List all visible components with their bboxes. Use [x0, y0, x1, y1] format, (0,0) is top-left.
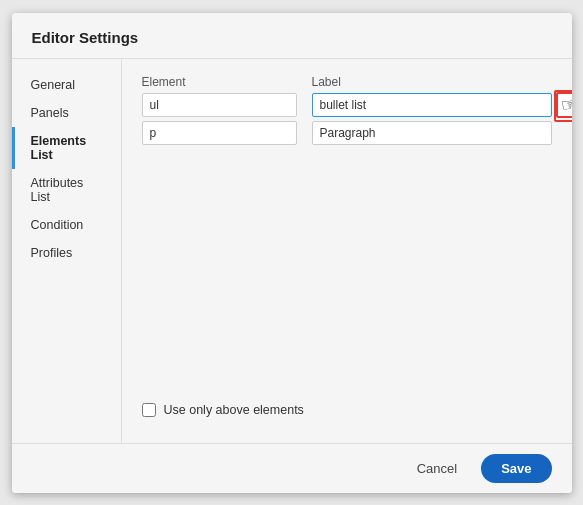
table-row: ☞ [142, 93, 552, 117]
element-cell-2 [142, 121, 312, 145]
add-row-button[interactable]: ☞ [556, 92, 572, 118]
table-row [142, 121, 552, 145]
cancel-button[interactable]: Cancel [403, 454, 471, 483]
table-header: Element Label [142, 75, 552, 89]
label-input-2[interactable] [312, 121, 552, 145]
column-label-header: Label [312, 75, 552, 89]
sidebar-item-profiles[interactable]: Profiles [12, 239, 121, 267]
dialog-footer: Cancel Save [12, 443, 572, 493]
label-cell-2 [312, 121, 552, 145]
dialog-header: Editor Settings [12, 13, 572, 59]
dialog-body: General Panels Elements List Attributes … [12, 59, 572, 443]
elements-table: Element Label ☞ [142, 75, 552, 234]
dialog-title: Editor Settings [32, 29, 139, 46]
checkbox-area: Use only above elements [142, 403, 552, 427]
element-input-1[interactable] [142, 93, 297, 117]
element-input-2[interactable] [142, 121, 297, 145]
save-button[interactable]: Save [481, 454, 551, 483]
sidebar-item-panels[interactable]: Panels [12, 99, 121, 127]
sidebar-item-elements-list[interactable]: Elements List [12, 127, 121, 169]
editor-settings-dialog: Editor Settings General Panels Elements … [12, 13, 572, 493]
cursor-icon: ☞ [559, 92, 572, 116]
label-input-1[interactable] [312, 93, 552, 117]
only-above-checkbox[interactable] [142, 403, 156, 417]
sidebar: General Panels Elements List Attributes … [12, 59, 122, 443]
sidebar-item-general[interactable]: General [12, 71, 121, 99]
sidebar-item-condition[interactable]: Condition [12, 211, 121, 239]
element-cell-1 [142, 93, 312, 117]
only-above-label[interactable]: Use only above elements [164, 403, 304, 417]
sidebar-item-attributes-list[interactable]: Attributes List [12, 169, 121, 211]
main-content: Element Label ☞ [122, 59, 572, 443]
column-element-header: Element [142, 75, 312, 89]
label-cell-1: ☞ [312, 93, 552, 117]
